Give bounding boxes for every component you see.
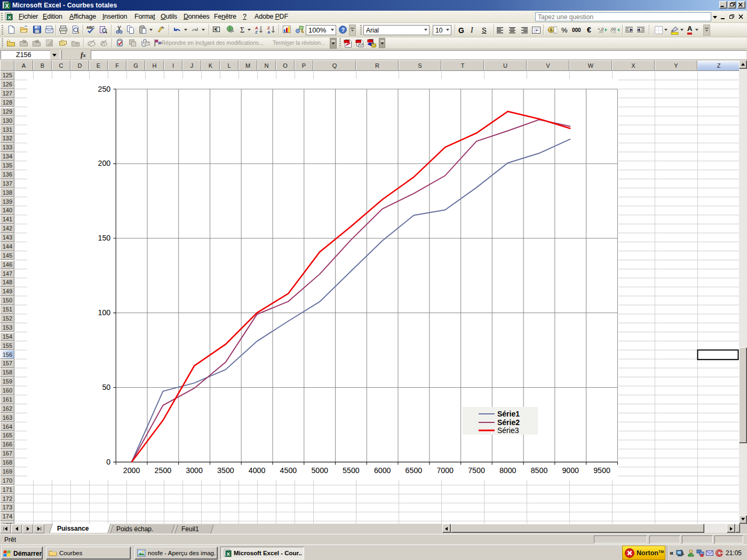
svg-text:3500: 3500 bbox=[217, 466, 234, 475]
svg-text:,00: ,00 bbox=[598, 30, 603, 34]
svg-text:A: A bbox=[267, 30, 271, 34]
svg-text:7500: 7500 bbox=[468, 466, 485, 475]
svg-text:2000: 2000 bbox=[123, 466, 140, 475]
svg-text:Z: Z bbox=[255, 30, 258, 34]
svg-text:X: X bbox=[8, 14, 12, 20]
svg-text:5500: 5500 bbox=[343, 466, 360, 475]
svg-text:Σ: Σ bbox=[240, 26, 244, 34]
svg-text:3000: 3000 bbox=[186, 466, 203, 475]
svg-text:6000: 6000 bbox=[374, 466, 391, 475]
svg-text:X: X bbox=[227, 551, 231, 557]
svg-text:Série1: Série1 bbox=[497, 410, 520, 418]
svg-text:5000: 5000 bbox=[311, 466, 328, 475]
svg-text:8000: 8000 bbox=[499, 466, 516, 475]
svg-text:€: € bbox=[215, 27, 218, 32]
svg-text:6500: 6500 bbox=[406, 466, 423, 475]
svg-text:4500: 4500 bbox=[280, 466, 297, 475]
svg-text:9500: 9500 bbox=[593, 466, 610, 475]
svg-text:+,0: +,0 bbox=[610, 30, 616, 34]
svg-text:?: ? bbox=[341, 27, 345, 33]
svg-text:4000: 4000 bbox=[249, 466, 266, 475]
svg-text:2500: 2500 bbox=[155, 466, 172, 475]
svg-text:Série3: Série3 bbox=[497, 426, 519, 435]
svg-text:X: X bbox=[5, 3, 9, 9]
svg-text:9000: 9000 bbox=[562, 466, 579, 475]
svg-text:150: 150 bbox=[98, 234, 111, 242]
svg-text:100: 100 bbox=[98, 308, 111, 317]
svg-text:ABC: ABC bbox=[86, 26, 94, 29]
svg-text:0: 0 bbox=[106, 458, 110, 466]
svg-text:7000: 7000 bbox=[436, 466, 454, 475]
svg-text:Série2: Série2 bbox=[497, 418, 520, 427]
svg-text:200: 200 bbox=[98, 159, 111, 167]
svg-text:$: $ bbox=[550, 27, 553, 32]
svg-text:8500: 8500 bbox=[531, 466, 548, 475]
svg-text:250: 250 bbox=[98, 85, 111, 93]
svg-text:50: 50 bbox=[102, 383, 110, 391]
